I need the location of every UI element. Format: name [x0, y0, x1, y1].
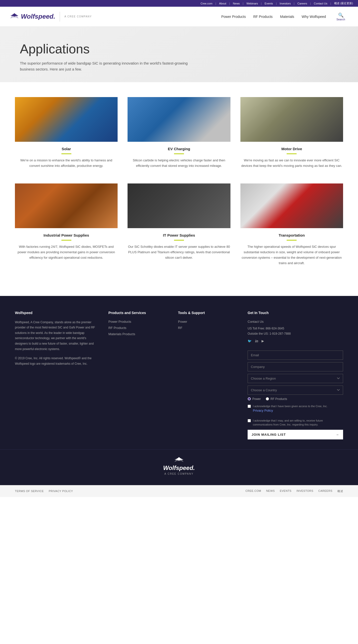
footer-col-about: Wolfspeed Wolfspeed, A Cree Company, sta…	[15, 311, 98, 440]
country-select[interactable]: Choose a Country	[248, 386, 343, 395]
footer-wolfspeed-heading: Wolfspeed	[15, 311, 98, 315]
topbar-link-contact[interactable]: Contact Us	[314, 2, 327, 5]
ev-underline	[174, 154, 184, 154]
nav-materials[interactable]: Materials	[280, 15, 294, 18]
industrial-image	[15, 184, 118, 228]
transport-image	[240, 184, 343, 228]
app-card-motor: Motor Drive We're moving as fast as we c…	[240, 97, 343, 168]
topbar-link-investors[interactable]: Investors	[280, 2, 291, 5]
bottom-cree[interactable]: CREE.COM	[245, 489, 261, 493]
it-title: IT Power Supplies	[127, 233, 230, 237]
radio-rf-label[interactable]: RF Products	[266, 397, 287, 401]
footer-columns: Wolfspeed Wolfspeed, A Cree Company, sta…	[15, 311, 343, 440]
hero-bg-decoration	[283, 26, 358, 82]
bottom-terms[interactable]: TERMS OF SERVICE	[15, 490, 44, 492]
industrial-description: With factories running 24/7, Wolfspeed S…	[15, 244, 118, 260]
topbar-link-careers[interactable]: Careers	[297, 2, 307, 5]
footer-logo-text: Wolfspeed.	[163, 464, 195, 472]
app-card-it: IT Power Supplies Our SiC Schottky diode…	[127, 184, 230, 266]
hero-subtitle: The superior performance of wide bandgap…	[20, 60, 194, 72]
checkbox-communications[interactable]	[248, 419, 251, 422]
bottom-bar: TERMS OF SERVICE PRIVACY POLICY CREE.COM…	[0, 485, 358, 497]
apps-row-1: Solar We're on a mission to enhance the …	[15, 97, 343, 168]
solar-description: We're on a mission to enhance the world'…	[15, 158, 118, 168]
it-description: Our SiC Schottky diodes enable IT server…	[127, 244, 230, 260]
join-mailing-list-button[interactable]: JOIN MAILING LIST →	[248, 430, 343, 440]
logo-area: Wolfspeed. A CREE COMPANY	[10, 12, 92, 22]
logo-divider	[60, 12, 60, 22]
bottom-bar-right: CREE.COM NEWS EVENTS INVESTORS CAREERS 概…	[245, 489, 343, 493]
search-icon: 🔍	[338, 12, 343, 18]
topbar-link-cree[interactable]: Cree.com	[201, 2, 213, 5]
topbar-link-webinars[interactable]: Webinars	[246, 2, 258, 5]
industrial-underline	[61, 240, 71, 240]
radio-rf[interactable]	[266, 397, 269, 400]
footer-toll-free: US Toll Free: 866-924-3645	[248, 326, 343, 332]
join-btn-label: JOIN MAILING LIST	[252, 433, 286, 436]
ev-image	[127, 97, 230, 142]
outside-label: Outside the US:	[248, 332, 269, 336]
it-underline	[174, 240, 184, 240]
footer-link-power-products[interactable]: Power Products	[108, 320, 168, 324]
footer-col-contact: Get In Touch Contact Us US Toll Free: 86…	[248, 311, 343, 440]
bottom-chinese[interactable]: 概述	[337, 489, 343, 493]
radio-power[interactable]	[248, 397, 251, 400]
footer-link-materials-products[interactable]: Materials Products	[108, 332, 168, 336]
it-image	[127, 184, 230, 228]
ev-description: Silicon carbide is helping electric vehi…	[127, 158, 230, 168]
bottom-careers[interactable]: CAREERS	[318, 489, 332, 493]
radio-power-label[interactable]: Power	[248, 397, 261, 401]
footer-contact-us-link[interactable]: Contact Us	[248, 320, 343, 324]
bottom-events[interactable]: EVENTS	[280, 489, 291, 493]
ev-title: EV Charging	[127, 147, 230, 151]
footer-link-rf-support[interactable]: RF	[178, 326, 238, 330]
motor-image	[240, 97, 343, 142]
twitter-icon[interactable]: 🐦	[248, 339, 252, 343]
bottom-privacy[interactable]: PRIVACY POLICY	[49, 490, 73, 492]
logo-text: Wolfspeed.	[21, 13, 55, 20]
transport-description: The higher operational speeds of Wolfspe…	[240, 244, 343, 266]
search-button[interactable]: 🔍 Search	[333, 10, 348, 23]
checkbox2-text: I acknowledge that I may, and am willing…	[253, 418, 343, 427]
region-select[interactable]: Choose a Region	[248, 374, 343, 383]
nav-power-products[interactable]: Power Products	[221, 15, 246, 18]
footer-link-rf-products[interactable]: RF Products	[108, 326, 168, 330]
topbar-link-about[interactable]: About	[219, 2, 226, 5]
privacy-policy-link[interactable]: Privacy Policy	[253, 408, 327, 413]
bottom-bar-left: TERMS OF SERVICE PRIVACY POLICY	[15, 490, 73, 492]
topbar-link-events[interactable]: Events	[265, 2, 273, 5]
product-type-radio-group: Power RF Products	[248, 397, 343, 401]
solar-image	[15, 97, 118, 142]
join-arrow-icon: →	[336, 433, 339, 436]
checkbox-privacy[interactable]	[248, 405, 251, 408]
email-field[interactable]	[248, 350, 343, 360]
topbar-link-chinese[interactable]: 概述 (最近更新)	[334, 2, 353, 5]
solar-underline	[61, 154, 71, 154]
linkedin-icon[interactable]: in	[255, 339, 258, 343]
bottom-investors[interactable]: INVESTORS	[296, 489, 313, 493]
transport-underline	[287, 240, 297, 240]
nav-why-wolfspeed[interactable]: Why Wolfspeed	[302, 15, 326, 18]
checkbox2-label[interactable]: I acknowledge that I may, and am willing…	[248, 418, 343, 427]
footer-copyright: © 2019 Cree, Inc. All rights reserved. W…	[15, 356, 98, 366]
applications-section: Solar We're on a mission to enhance the …	[0, 82, 358, 296]
wolfspeed-logo[interactable]: Wolfspeed. A CREE COMPANY	[10, 12, 92, 22]
app-card-solar: Solar We're on a mission to enhance the …	[15, 97, 118, 168]
footer-bird-icon	[174, 457, 184, 464]
youtube-icon[interactable]: ▶	[262, 339, 264, 343]
checkbox1-label[interactable]: I acknowledge that I have been given acc…	[248, 404, 343, 416]
footer-tools-heading: Tools & Support	[178, 311, 238, 315]
industrial-title: Industrial Power Supplies	[15, 233, 118, 237]
company-field[interactable]	[248, 362, 343, 372]
bottom-news[interactable]: NEWS	[266, 489, 275, 493]
solar-title: Solar	[15, 147, 118, 151]
footer-outside-us: Outside the US: 1-919-287-7888	[248, 331, 343, 337]
motor-title: Motor Drive	[240, 147, 343, 151]
top-bar: Cree.com | About | News | Webinars | Eve…	[0, 0, 358, 7]
radio-rf-text: RF Products	[270, 397, 287, 401]
radio-power-text: Power	[252, 397, 261, 401]
footer-link-power-support[interactable]: Power	[178, 320, 238, 324]
topbar-link-news[interactable]: News	[233, 2, 240, 5]
footer-products-heading: Products and Services	[108, 311, 168, 315]
nav-rf-products[interactable]: RF Products	[253, 15, 273, 18]
